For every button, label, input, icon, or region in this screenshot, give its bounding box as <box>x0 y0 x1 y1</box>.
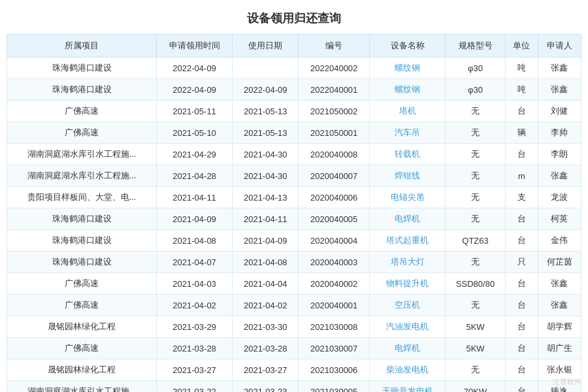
cell-use_date <box>233 57 299 79</box>
cell-code: 2021030008 <box>299 316 370 338</box>
cell-spec: 5KW <box>445 316 505 338</box>
cell-device_name[interactable]: 电锚尖凿 <box>370 187 446 208</box>
cell-device_name[interactable]: 物料提升机 <box>370 273 446 295</box>
cell-spec: 无 <box>445 101 505 122</box>
cell-project: 贵阳项目样板间、大堂、电... <box>7 187 157 208</box>
device-name-link[interactable]: 汽油发电机 <box>386 321 429 331</box>
cell-apply_time: 2021-04-09 <box>157 208 233 230</box>
cell-applicant: 胡学辉 <box>538 316 581 338</box>
cell-project: 湖南洞庭湖水库引水工程施... <box>7 381 157 393</box>
cell-code: 2020040001 <box>299 295 370 316</box>
cell-applicant: 何芷茵 <box>538 252 581 273</box>
data-table: 所属项目申请领用时间使用日期编号设备名称规格型号单位申请人 珠海鹤港口建设202… <box>7 34 581 392</box>
watermark: 泛普软件 <box>553 377 581 387</box>
cell-use_date: 2021-04-30 <box>233 165 299 187</box>
device-name-link[interactable]: 电焊机 <box>395 343 420 353</box>
cell-project: 珠海鹤港口建设 <box>7 79 157 101</box>
device-name-link[interactable]: 转载机 <box>395 149 420 159</box>
device-name-link[interactable]: 塔式起重机 <box>386 235 429 245</box>
cell-project: 晟铭园林绿化工程 <box>7 359 157 381</box>
cell-device_name[interactable]: 汽车吊 <box>370 122 446 144</box>
device-name-link[interactable]: 塔机 <box>399 106 416 116</box>
cell-device_name[interactable]: 电焊机 <box>370 208 446 230</box>
cell-project: 珠海鹤港口建设 <box>7 252 157 273</box>
cell-device_name[interactable]: 转载机 <box>370 144 446 165</box>
cell-device_name[interactable]: 螺纹钢 <box>370 57 446 79</box>
cell-code: 2020040004 <box>299 230 370 252</box>
device-name-link[interactable]: 物料提升机 <box>386 278 429 288</box>
cell-device_name[interactable]: 电焊机 <box>370 338 446 359</box>
table-row: 珠海鹤港口建设2022-04-092022040002螺纹钢φ30吨张鑫 <box>7 57 581 79</box>
cell-project: 广佛高速 <box>7 273 157 295</box>
cell-applicant: 张鑫 <box>538 165 581 187</box>
cell-code: 2021030006 <box>299 359 370 381</box>
device-name-link[interactable]: 焊钳线 <box>395 171 420 180</box>
cell-applicant: 张鑫 <box>538 273 581 295</box>
table-row: 珠海鹤港口建设2021-04-072021-04-082020040003塔吊大… <box>7 252 581 273</box>
cell-unit: m <box>506 165 538 187</box>
cell-unit: 台 <box>506 381 538 393</box>
cell-applicant: 柯英 <box>538 208 581 230</box>
cell-applicant: 张鑫 <box>538 79 581 101</box>
cell-project: 广佛高速 <box>7 295 157 316</box>
cell-device_name[interactable]: 塔机 <box>370 101 446 122</box>
cell-use_date: 2021-04-11 <box>233 208 299 230</box>
table-row: 贵阳项目样板间、大堂、电...2021-04-112021-04-1320200… <box>7 187 581 208</box>
cell-unit: 台 <box>506 316 538 338</box>
device-name-link[interactable]: 螺纹钢 <box>395 84 420 94</box>
device-name-link[interactable]: 电焊机 <box>395 214 420 223</box>
cell-unit: 台 <box>506 230 538 252</box>
cell-project: 湖南洞庭湖水库引水工程施... <box>7 165 157 187</box>
device-name-link[interactable]: 塔吊大灯 <box>391 257 425 267</box>
cell-spec: 5KW <box>445 338 505 359</box>
device-name-link[interactable]: 汽车吊 <box>395 127 420 137</box>
cell-apply_time: 2021-04-28 <box>157 165 233 187</box>
device-name-link[interactable]: 无噪音发电机 <box>382 386 433 392</box>
cell-code: 2020040006 <box>299 187 370 208</box>
device-name-link[interactable]: 空压机 <box>395 300 420 310</box>
cell-use_date: 2021-04-04 <box>233 273 299 295</box>
table-row: 湖南洞庭湖水库引水工程施...2021-04-292021-04-3020200… <box>7 144 581 165</box>
cell-applicant: 李朗 <box>538 144 581 165</box>
cell-use_date: 2021-04-13 <box>233 187 299 208</box>
cell-device_name[interactable]: 塔式起重机 <box>370 230 446 252</box>
cell-apply_time: 2021-03-27 <box>157 359 233 381</box>
cell-code: 2020040008 <box>299 144 370 165</box>
device-name-link[interactable]: 柴油发电机 <box>386 365 429 374</box>
cell-apply_time: 2021-04-02 <box>157 295 233 316</box>
cell-device_name[interactable]: 无噪音发电机 <box>370 381 446 393</box>
cell-spec: 无 <box>445 359 505 381</box>
table-row: 广佛高速2021-03-282021-03-282021030007电焊机5KW… <box>7 338 581 359</box>
table-row: 广佛高速2021-05-112021-05-132021050002塔机无台刘健 <box>7 101 581 122</box>
cell-use_date: 2021-04-08 <box>233 252 299 273</box>
cell-apply_time: 2021-05-10 <box>157 122 233 144</box>
cell-apply_time: 2021-05-11 <box>157 101 233 122</box>
cell-unit: 只 <box>506 252 538 273</box>
cell-device_name[interactable]: 汽油发电机 <box>370 316 446 338</box>
table-container: 所属项目申请领用时间使用日期编号设备名称规格型号单位申请人 珠海鹤港口建设202… <box>0 34 588 392</box>
cell-device_name[interactable]: 柴油发电机 <box>370 359 446 381</box>
cell-spec: 无 <box>445 122 505 144</box>
device-name-link[interactable]: 电锚尖凿 <box>391 192 425 202</box>
cell-apply_time: 2021-04-29 <box>157 144 233 165</box>
cell-spec: QTZ63 <box>445 230 505 252</box>
cell-use_date: 2021-03-27 <box>233 359 299 381</box>
col-header-unit: 单位 <box>506 35 538 57</box>
cell-spec: 无 <box>445 252 505 273</box>
cell-project: 珠海鹤港口建设 <box>7 57 157 79</box>
cell-use_date: 2022-04-09 <box>233 79 299 101</box>
cell-apply_time: 2021-03-29 <box>157 316 233 338</box>
cell-device_name[interactable]: 空压机 <box>370 295 446 316</box>
cell-device_name[interactable]: 塔吊大灯 <box>370 252 446 273</box>
device-name-link[interactable]: 螺纹钢 <box>395 63 420 73</box>
cell-project: 珠海鹤港口建设 <box>7 208 157 230</box>
cell-unit: 台 <box>506 359 538 381</box>
cell-spec: φ30 <box>445 57 505 79</box>
cell-code: 2022040001 <box>299 79 370 101</box>
cell-device_name[interactable]: 螺纹钢 <box>370 79 446 101</box>
cell-use_date: 2021-05-13 <box>233 101 299 122</box>
cell-applicant: 龙波 <box>538 187 581 208</box>
cell-unit: 支 <box>506 187 538 208</box>
cell-device_name[interactable]: 焊钳线 <box>370 165 446 187</box>
page-title: 设备领用归还查询 <box>0 0 588 34</box>
